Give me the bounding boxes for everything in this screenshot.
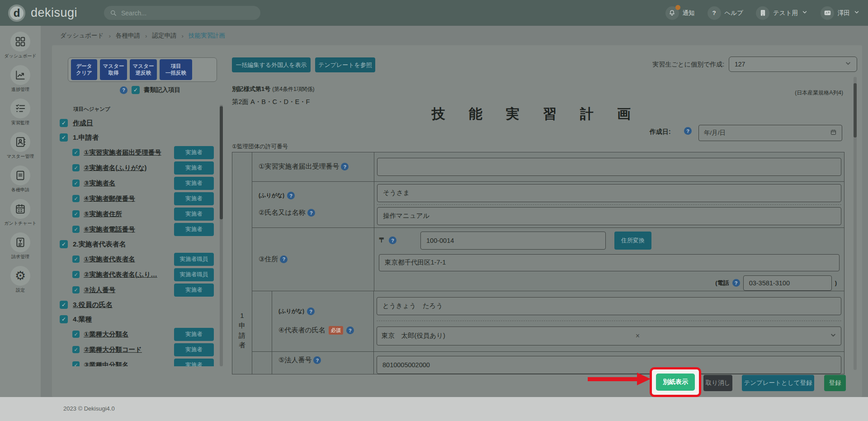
item-checkbox[interactable]: ✓ — [60, 133, 68, 142]
name-input[interactable] — [377, 207, 841, 225]
scope-tag-button[interactable]: 実施者 — [174, 161, 214, 175]
scope-tag-button[interactable]: 実施者 — [174, 359, 214, 367]
item-checkbox[interactable]: ✓ — [72, 286, 80, 293]
jump-item[interactable]: ✓ ②業種大分類コード 実施者 — [60, 342, 217, 357]
breadcrumb-certification[interactable]: 認定申請 — [152, 32, 176, 40]
jump-section-industry[interactable]: ✓ 4.業種 — [60, 312, 217, 326]
scope-tag-button[interactable]: 実施者職員 — [174, 268, 214, 281]
item-checkbox[interactable]: ✓ — [72, 346, 80, 353]
scope-tag-button[interactable]: 実施者 — [174, 208, 214, 221]
sidebar-item-master[interactable]: マスター管理 — [1, 132, 40, 160]
scope-tag-button[interactable]: 実施者 — [174, 343, 214, 356]
scope-tag-button[interactable]: 実施者職員 — [174, 253, 214, 266]
notifications-button[interactable]: 通知 — [665, 6, 695, 20]
item-checkbox[interactable]: ✓ — [72, 331, 80, 338]
help-circle-icon[interactable]: ? — [313, 356, 321, 364]
jump-item[interactable]: ✓ ②実施者名(ふりがな) 実施者 — [60, 160, 217, 175]
breadcrumb-applications[interactable]: 各種申請 — [116, 32, 140, 40]
scope-tag-button[interactable]: 実施者 — [174, 177, 214, 190]
cancel-button[interactable]: 取り消し — [703, 375, 732, 391]
item-checkbox[interactable]: ✓ — [60, 315, 68, 323]
clear-icon[interactable]: × — [633, 332, 642, 340]
calendar-icon[interactable] — [830, 129, 837, 137]
brand-logo[interactable]: d dekisugi — [8, 5, 77, 22]
address-convert-button[interactable]: 住所変換 — [614, 232, 651, 250]
jump-section-representative[interactable]: ✓ 2.実施者代表者名 — [60, 237, 217, 251]
furigana-input[interactable] — [377, 184, 841, 202]
master-reverse-button[interactable]: マスター逆反映 — [130, 59, 157, 80]
item-checkbox[interactable]: ✓ — [60, 301, 68, 309]
search-input[interactable]: Search... — [104, 6, 260, 20]
item-checkbox[interactable]: ✓ — [72, 226, 80, 233]
jump-item[interactable]: ✓ ③業種中分類名 実施者 — [60, 357, 217, 366]
chevron-down-icon[interactable] — [830, 332, 836, 340]
jump-item[interactable]: ✓ ③法人番号 実施者 — [60, 282, 217, 298]
item-checkbox[interactable]: ✓ — [60, 240, 68, 248]
created-date-input[interactable]: 年/月/日 — [698, 125, 842, 141]
scope-tag-button[interactable]: 実施者 — [174, 284, 214, 297]
jump-item[interactable]: ✓ ①業種大分類名 実施者 — [60, 326, 217, 342]
org-menu[interactable]: テスト用 — [756, 6, 808, 20]
item-checkbox[interactable]: ✓ — [72, 195, 80, 202]
item-checkbox[interactable]: ✓ — [72, 210, 80, 218]
sidebar-item-progress[interactable]: 進捗管理 — [1, 65, 40, 93]
corporate-number-input[interactable] — [377, 356, 841, 374]
jump-item[interactable]: ✓ ④実施者郵便番号 実施者 — [60, 191, 217, 206]
scope-tag-button[interactable]: 実施者 — [174, 328, 214, 341]
acceptance-number-input[interactable] — [377, 158, 841, 176]
scope-tag-button[interactable]: 実施者 — [174, 223, 214, 236]
item-checkbox[interactable]: ✓ — [72, 180, 80, 187]
register-as-template-button[interactable]: テンプレートとして登録 — [742, 375, 814, 391]
jump-item-created-date[interactable]: ✓ 作成日 — [60, 116, 217, 130]
item-checkbox[interactable]: ✓ — [72, 271, 80, 278]
help-circle-icon[interactable]: ? — [307, 307, 315, 315]
help-circle-icon[interactable]: ? — [307, 209, 315, 217]
sidebar-item-training-audit[interactable]: 実習監理 — [1, 99, 40, 126]
sidebar-item-dashboard[interactable]: ダッシュボード — [1, 32, 40, 59]
scope-tag-button[interactable]: 実施者 — [174, 192, 214, 205]
user-menu[interactable]: 澤田 — [821, 6, 860, 20]
scrollbar-thumb[interactable] — [220, 106, 223, 219]
doc-fields-checkbox[interactable]: ✓ — [132, 86, 140, 94]
sidebar-item-billing[interactable]: 請求管理 — [1, 232, 40, 260]
jump-item[interactable]: ✓ ②実施者代表者名(ふり… 実施者職員 — [60, 267, 217, 282]
jump-item-officers[interactable]: ✓ 3.役員の氏名 — [60, 298, 217, 312]
item-checkbox[interactable]: ✓ — [72, 149, 80, 156]
help-circle-icon[interactable]: ? — [346, 326, 354, 334]
data-clear-button[interactable]: データクリア — [71, 59, 97, 80]
rep-furigana-input[interactable] — [377, 297, 841, 315]
sidebar-item-gantt[interactable]: ガントチャート — [1, 199, 40, 227]
register-button[interactable]: 登録 — [824, 375, 846, 391]
jump-item[interactable]: ✓ ⑥実施者電話番号 実施者 — [60, 222, 217, 237]
jump-item[interactable]: ✓ ③実施者名 実施者 — [60, 175, 217, 191]
breadcrumb-dashboard[interactable]: ダッシュボード — [60, 32, 104, 40]
help-circle-icon[interactable]: ? — [732, 279, 740, 287]
item-checkbox[interactable]: ✓ — [72, 255, 80, 263]
item-checkbox[interactable]: ✓ — [72, 361, 80, 366]
item-checkbox[interactable]: ✓ — [72, 164, 80, 171]
help-circle-icon[interactable]: ? — [120, 86, 127, 94]
master-fetch-button[interactable]: マスター取得 — [100, 59, 127, 80]
help-circle-icon[interactable]: ? — [341, 163, 349, 170]
representative-select[interactable]: 東京 太郎(役員あり) × — [377, 326, 841, 345]
show-bulk-foreigners-button[interactable]: 一括編集する外国人を表示 — [232, 57, 311, 72]
bulk-apply-button[interactable]: 項目一括反映 — [160, 59, 192, 80]
scrollbar-thumb[interactable] — [854, 83, 857, 137]
item-checkbox[interactable]: ✓ — [60, 119, 68, 127]
trainee-select[interactable]: 127 — [729, 57, 857, 72]
help-circle-icon[interactable]: ? — [287, 192, 295, 199]
help-circle-icon[interactable]: ? — [684, 127, 692, 135]
help-button[interactable]: ? ヘルプ — [708, 6, 743, 20]
sidebar-item-applications[interactable]: 各種申請 — [1, 166, 40, 193]
jump-item[interactable]: ✓ ①実習実施者届出受理番号 実施者 — [60, 145, 217, 160]
jump-item[interactable]: ✓ ①実施者代表者名 実施者職員 — [60, 251, 217, 267]
address-input[interactable] — [379, 254, 840, 271]
help-circle-icon[interactable]: ? — [389, 237, 396, 244]
postal-code-input[interactable] — [420, 232, 606, 250]
scope-tag-button[interactable]: 実施者 — [174, 146, 214, 159]
separate-sheet-display-button[interactable]: 別紙表示 — [656, 374, 695, 391]
template-reference-button[interactable]: テンプレートを参照 — [315, 57, 375, 72]
sidebar-item-settings[interactable]: ⚙ 設定 — [1, 266, 40, 293]
jump-item[interactable]: ✓ ⑤実施者住所 実施者 — [60, 206, 217, 222]
jump-section-applicant[interactable]: ✓ 1.申請者 — [60, 130, 217, 145]
